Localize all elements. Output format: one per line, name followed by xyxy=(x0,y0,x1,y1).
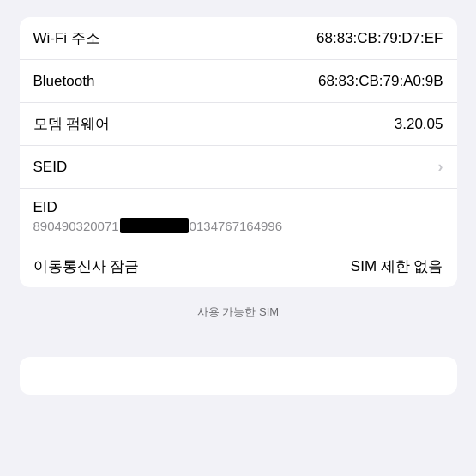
eid-value-container: 890490320071 0134767164996 xyxy=(33,218,283,233)
modem-label: 모뎀 펌웨어 xyxy=(33,114,111,134)
eid-suffix: 0134767164996 xyxy=(190,219,282,233)
bluetooth-row: Bluetooth 68:83:CB:79:A0:9B xyxy=(20,60,457,103)
bottom-row xyxy=(20,357,457,395)
seid-label: SEID xyxy=(33,159,68,176)
carrier-lock-value: SIM 제한 없음 xyxy=(351,256,443,276)
eid-row: EID 890490320071 0134767164996 xyxy=(20,189,457,244)
modem-row: 모뎀 펌웨어 3.20.05 xyxy=(20,103,457,146)
bottom-card xyxy=(20,357,457,395)
carrier-lock-label: 이동통신사 잠금 xyxy=(33,256,140,276)
eid-label: EID xyxy=(33,199,57,216)
section-header: 사용 가능한 SIM xyxy=(184,287,292,327)
eid-prefix: 890490320071 xyxy=(33,219,119,233)
wifi-row: Wi-Fi 주소 68:83:CB:79:D7:EF xyxy=(20,17,457,60)
wifi-label: Wi-Fi 주소 xyxy=(33,28,100,48)
carrier-lock-row: 이동통신사 잠금 SIM 제한 없음 xyxy=(20,244,457,287)
seid-row[interactable]: SEID › xyxy=(20,146,457,189)
bluetooth-value: 68:83:CB:79:A0:9B xyxy=(318,73,443,90)
wifi-value: 68:83:CB:79:D7:EF xyxy=(316,30,443,47)
modem-value: 3.20.05 xyxy=(395,116,443,133)
settings-card: Wi-Fi 주소 68:83:CB:79:D7:EF Bluetooth 68:… xyxy=(20,17,457,287)
bluetooth-label: Bluetooth xyxy=(33,73,95,90)
chevron-icon: › xyxy=(438,158,443,176)
eid-redacted-block xyxy=(120,218,189,233)
